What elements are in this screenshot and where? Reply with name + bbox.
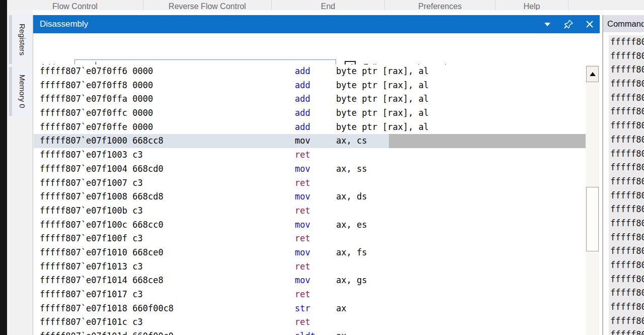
instruction-address: fffff807`e07f101d 660f00c0	[40, 329, 174, 335]
instruction-address: fffff807`e07f1010 668ce0	[40, 246, 164, 260]
disassembly-row[interactable]: fffff807`e07f1008 668cd8movax, ds	[34, 190, 600, 204]
pin-icon[interactable]	[562, 18, 575, 31]
disassembly-row[interactable]: fffff807`e07f100c 668cc0movax, es	[34, 218, 600, 232]
command-output-line: fffff807`	[609, 286, 644, 300]
menu-bar-filler	[569, 0, 644, 10]
docked-tabs-sidebar: Registers Memory 0	[7, 10, 33, 335]
disassembly-row[interactable]: fffff807`e07f0ffc 0000addbyte ptr [rax],…	[34, 106, 600, 120]
panel-title: Disassembly	[33, 19, 88, 29]
instruction-address: fffff807`e07f1000 668cc8	[40, 134, 164, 148]
command-output: fffff807`fffff807`fffff807`fffff807`ffff…	[609, 35, 644, 335]
command-output-line: fffff807`	[609, 328, 644, 335]
command-output-line: fffff807`	[609, 300, 644, 314]
disassembly-row[interactable]: fffff807`e07f100b c3ret	[34, 204, 600, 218]
disassembly-row[interactable]: fffff807`e07f101d 660f00c0sldtax	[34, 329, 600, 335]
disassembly-row-current[interactable]: fffff807`e07f1000 668cc8movax, cs	[34, 134, 600, 148]
instruction-operands: ax, fs	[336, 246, 367, 260]
instruction-address: fffff807`e07f101c c3	[40, 315, 143, 329]
disassembly-row[interactable]: fffff807`e07f1004 668cd0movax, ss	[34, 162, 600, 176]
disassembly-row[interactable]: fffff807`e07f1014 668ce8movax, gs	[34, 274, 600, 288]
instruction-mnemonic: ret	[295, 288, 310, 302]
command-output-line: fffff807`	[609, 49, 644, 63]
instruction-address: fffff807`e07f1013 c3	[40, 260, 143, 274]
command-output-line: fffff807`	[609, 244, 644, 258]
sidebar-tab-memory-0[interactable]: Memory 0	[9, 67, 31, 116]
instruction-operands: byte ptr [rax], al	[336, 120, 429, 135]
sidebar-tab-registers[interactable]: Registers	[9, 15, 31, 64]
instruction-operands: byte ptr [rax], al	[336, 92, 429, 106]
instruction-address: fffff807`e07f1003 c3	[40, 148, 143, 162]
panel-menu-dropdown-icon[interactable]	[541, 18, 554, 31]
command-output-line: fffff807`	[609, 258, 644, 273]
disassembly-row[interactable]: fffff807`e07f1013 c3ret	[34, 260, 600, 274]
instruction-operands: ax, gs	[336, 274, 367, 288]
instruction-mnemonic: ret	[295, 315, 310, 329]
instruction-address: fffff807`e07f1017 c3	[40, 288, 143, 302]
command-output-line: fffff807`	[609, 77, 644, 91]
scroll-up-button[interactable]	[586, 66, 599, 82]
disassembly-row[interactable]: fffff807`e07f0ffe 0000addbyte ptr [rax],…	[34, 120, 600, 135]
arrow-up-icon	[590, 72, 596, 76]
command-panel-header[interactable]: Command	[603, 15, 644, 32]
command-output-line: fffff807`	[609, 119, 644, 133]
instruction-mnemonic: sldt	[295, 329, 315, 335]
instruction-address: fffff807`e07f1014 668ce8	[40, 274, 164, 288]
instruction-address: fffff807`e07f1008 668cd8	[40, 190, 164, 204]
instruction-address: fffff807`e07f100c 668cc0	[40, 218, 164, 232]
disassembly-row[interactable]: fffff807`e07f1017 c3ret	[34, 288, 600, 302]
listing-scrollbar[interactable]	[586, 64, 599, 335]
instruction-mnemonic: mov	[295, 162, 310, 176]
instruction-mnemonic: add	[295, 92, 310, 106]
instruction-address: fffff807`e07f0ffc 0000	[40, 106, 153, 120]
scrollbar-thumb[interactable]	[586, 187, 599, 251]
instruction-address: fffff807`e07f1004 668cd0	[40, 162, 164, 176]
instruction-address: fffff807`e07f0ffa 0000	[40, 92, 153, 106]
disassembly-row[interactable]: fffff807`e07f101c c3ret	[34, 315, 600, 329]
command-output-line: fffff807`	[609, 35, 644, 49]
instruction-mnemonic: mov	[295, 218, 310, 232]
command-output-line: fffff807`	[609, 147, 644, 161]
instruction-mnemonic: add	[295, 120, 310, 135]
window-edge-strip	[0, 0, 7, 335]
menu-item-end[interactable]: End	[272, 0, 385, 10]
instruction-address: fffff807`e07f1018 660f00c8	[40, 302, 174, 316]
menu-item-preferences[interactable]: Preferences	[385, 0, 496, 10]
command-output-line: fffff807`	[609, 161, 644, 175]
close-icon[interactable]	[583, 18, 596, 31]
disassembly-row[interactable]: fffff807`e07f0ffa 0000addbyte ptr [rax],…	[34, 92, 600, 106]
instruction-address: fffff807`e07f0ff8 0000	[40, 79, 153, 93]
disassembly-row[interactable]: fffff807`e07f0ff8 0000addbyte ptr [rax],…	[34, 79, 600, 93]
command-panel: Command fffff807`fffff807`fffff807`fffff…	[603, 15, 644, 335]
disassembly-row[interactable]: fffff807`e07f1007 c3ret	[34, 176, 600, 190]
command-output-line: fffff807`	[609, 133, 644, 147]
instruction-operands: byte ptr [rax], al	[336, 106, 429, 120]
disassembly-panel: Disassembly Address: rcx ✓ Follow curren…	[33, 15, 600, 335]
instruction-mnemonic: add	[295, 106, 310, 120]
instruction-operands: byte ptr [rax], al	[336, 64, 429, 79]
command-output-line: fffff807`	[609, 217, 644, 231]
disassembly-row[interactable]: fffff807`e07f1003 c3ret	[34, 148, 600, 162]
disassembly-row[interactable]: fffff807`e07f100f c3ret	[34, 232, 600, 246]
command-output-line: fffff807`	[609, 231, 644, 245]
disassembly-row[interactable]: fffff807`e07f1010 668ce0movax, fs	[34, 246, 600, 260]
menu-item-reverse-flow-control[interactable]: Reverse Flow Control	[143, 0, 272, 10]
instruction-mnemonic: ret	[295, 232, 310, 246]
menu-item-flow-control[interactable]: Flow Control	[7, 0, 143, 10]
instruction-mnemonic: add	[295, 64, 310, 79]
instruction-address: fffff807`e07f1007 c3	[40, 176, 143, 190]
instruction-mnemonic: ret	[295, 148, 310, 162]
disassembly-row[interactable]: fffff807`e07f0ff6 0000addbyte ptr [rax],…	[34, 64, 600, 79]
menu-item-help[interactable]: Help	[496, 0, 569, 10]
panel-splitter[interactable]	[600, 15, 603, 335]
sidebar-tab-registers-label: Registers	[12, 15, 31, 64]
disassembly-listing[interactable]: fffff807`e07f0ff6 0000addbyte ptr [rax],…	[34, 64, 600, 335]
command-output-line: fffff807`	[609, 314, 644, 328]
instruction-operands: ax, cs	[336, 134, 367, 148]
command-output-line: fffff807`	[609, 273, 644, 287]
instruction-mnemonic: add	[295, 79, 310, 93]
disassembly-row[interactable]: fffff807`e07f1018 660f00c8strax	[34, 302, 600, 316]
command-output-line: fffff807`	[609, 189, 644, 203]
instruction-operands: ax, es	[336, 218, 367, 232]
instruction-address: fffff807`e07f0ff6 0000	[40, 64, 153, 79]
command-output-line: fffff807`	[609, 91, 644, 105]
